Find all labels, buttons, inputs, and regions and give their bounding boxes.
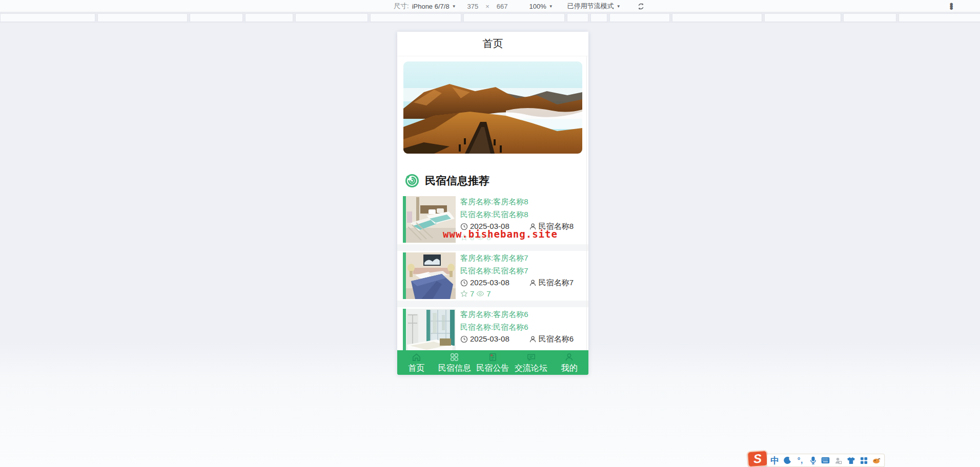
media-query-segment[interactable] xyxy=(843,13,896,22)
media-query-segment[interactable] xyxy=(97,13,188,22)
chevron-down-icon: ▼ xyxy=(617,4,621,9)
eye-icon xyxy=(476,290,484,298)
media-query-segment[interactable] xyxy=(245,13,293,22)
page-title: 首页 xyxy=(483,37,503,51)
media-query-segment[interactable] xyxy=(899,13,980,22)
site-watermark: www.bishebang.site xyxy=(443,228,545,240)
grid-icon xyxy=(450,352,459,363)
device-viewport: 首页 xyxy=(397,32,588,375)
landscape-banner-image xyxy=(403,61,582,154)
tab-bnb-notice[interactable]: 民宿公告 xyxy=(474,350,512,375)
chevron-down-icon: ▼ xyxy=(452,4,456,9)
forum-icon xyxy=(526,352,536,363)
home-icon xyxy=(412,352,421,363)
room-photo xyxy=(406,309,456,350)
section-header: 民宿信息推荐 xyxy=(404,173,489,188)
sogou-logo[interactable]: S xyxy=(747,450,768,467)
rotate-device-icon[interactable] xyxy=(636,1,646,11)
recommend-swirl-icon xyxy=(404,173,420,188)
device-select[interactable]: iPhone 6/7/8 ▼ xyxy=(412,3,456,10)
more-options-icon[interactable]: ●●● xyxy=(949,3,953,9)
size-label: 尺寸: xyxy=(394,2,409,11)
media-query-segment[interactable] xyxy=(567,13,588,22)
tab-bnb-info[interactable]: 民宿信息 xyxy=(436,350,474,375)
media-query-segment[interactable] xyxy=(0,13,95,22)
night-mode-icon[interactable] xyxy=(783,455,793,465)
tab-forum[interactable]: 交流论坛 xyxy=(512,350,550,375)
sogou-letter: S xyxy=(753,451,762,466)
bottom-tab-bar: 首页 民宿信息 民宿公告 交流论坛 我的 xyxy=(397,350,588,375)
bnb-name: 民宿名称:民宿名称8 xyxy=(460,208,583,220)
bnb-name: 民宿名称:民宿名称7 xyxy=(460,265,583,277)
account-icon[interactable] xyxy=(833,455,844,465)
tab-label: 民宿信息 xyxy=(438,363,471,374)
media-query-segment[interactable] xyxy=(190,13,243,22)
skin-icon[interactable] xyxy=(846,455,856,465)
notice-icon xyxy=(488,352,498,363)
bnb-name: 民宿名称:民宿名称6 xyxy=(460,321,583,333)
clock-icon xyxy=(460,279,468,287)
star-count: 7 xyxy=(470,289,474,298)
rating-row: 7 7 xyxy=(460,289,583,298)
person-icon xyxy=(529,335,537,343)
list-item[interactable]: 客房名称:客房名称8 民宿名称:民宿名称8 2025-03-08 民宿名称8 xyxy=(397,195,588,244)
room-name: 客房名称:客房名称7 xyxy=(460,252,583,264)
app-header: 首页 xyxy=(397,32,588,56)
person-icon xyxy=(529,279,537,287)
media-query-segment[interactable] xyxy=(370,13,461,22)
media-query-segment[interactable] xyxy=(463,13,565,22)
clock-icon xyxy=(460,335,468,343)
publish-date: 2025-03-08 xyxy=(470,333,509,345)
owner-name: 民宿名称6 xyxy=(539,333,574,345)
room-photo xyxy=(406,252,456,299)
tab-label: 首页 xyxy=(408,363,424,374)
banner-carousel[interactable] xyxy=(403,61,582,154)
emoji-icon[interactable] xyxy=(871,455,882,465)
tab-home[interactable]: 首页 xyxy=(397,350,436,375)
viewport-height-field[interactable]: 667 xyxy=(497,3,508,10)
tab-label: 我的 xyxy=(561,363,578,374)
list-item[interactable]: 客房名称:客房名称6 民宿名称:民宿名称6 2025-03-08 民宿名称6 xyxy=(397,307,588,350)
toolbox-icon[interactable] xyxy=(859,455,869,465)
section-title: 民宿信息推荐 xyxy=(425,174,489,188)
publish-date: 2025-03-08 xyxy=(470,277,509,288)
zoom-select[interactable]: 100% ▼ xyxy=(529,3,553,10)
viewport-scrollbar[interactable] xyxy=(586,56,587,350)
times-sign: × xyxy=(478,3,497,10)
owner-name: 民宿名称7 xyxy=(539,277,574,288)
chinese-mode-icon[interactable]: 中 xyxy=(770,455,780,465)
ime-toolbar: 中 °, xyxy=(767,454,885,467)
media-query-segment[interactable] xyxy=(609,13,670,22)
list-item[interactable]: 客房名称:客房名称7 民宿名称:民宿名称7 2025-03-08 民宿名称7 xyxy=(397,251,588,301)
viewport-width-field[interactable]: 375 xyxy=(467,3,479,10)
media-query-segment[interactable] xyxy=(295,13,368,22)
voice-input-icon[interactable] xyxy=(808,455,818,465)
star-icon xyxy=(460,290,468,298)
media-query-segment[interactable] xyxy=(764,13,841,22)
tab-label: 民宿公告 xyxy=(476,363,509,374)
room-name: 客房名称:客房名称8 xyxy=(460,196,583,207)
tab-mine[interactable]: 我的 xyxy=(550,350,588,375)
devtools-device-toolbar: 尺寸: iPhone 6/7/8 ▼ 375 × 667 100% ▼ 已停用节… xyxy=(0,0,980,12)
recommend-list: 客房名称:客房名称8 民宿名称:民宿名称8 2025-03-08 民宿名称8 xyxy=(397,195,588,350)
punctuation-icon[interactable]: °, xyxy=(795,455,805,465)
chevron-down-icon: ▼ xyxy=(549,4,553,9)
tab-label: 交流论坛 xyxy=(515,363,547,374)
room-name: 客房名称:客房名称6 xyxy=(460,308,583,320)
soft-keyboard-icon[interactable] xyxy=(821,455,831,465)
user-icon xyxy=(564,352,574,363)
throttling-select[interactable]: 已停用节流模式 ▼ xyxy=(567,2,621,11)
media-query-bar[interactable] xyxy=(0,12,980,23)
view-count: 7 xyxy=(486,289,491,298)
media-query-segment[interactable] xyxy=(672,13,762,22)
media-query-segment[interactable] xyxy=(590,13,607,22)
